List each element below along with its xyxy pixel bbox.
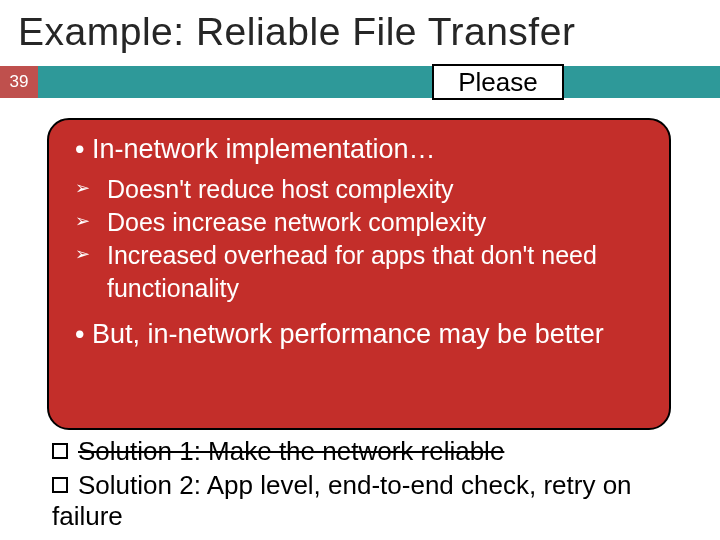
- callout-heading-1: • In-network implementation…: [75, 134, 643, 165]
- callout-item: ➢Does increase network complexity: [75, 206, 643, 239]
- checkbox-icon: [52, 443, 68, 459]
- triangle-bullet-icon: ➢: [75, 177, 90, 201]
- callout-item-text: Does increase network complexity: [107, 208, 486, 236]
- callout-box: • In-network implementation… ➢Doesn't re…: [47, 118, 671, 430]
- header-bar: [0, 66, 720, 98]
- solution-1: Solution 1: Make the network reliable: [52, 436, 692, 467]
- callout-item: ➢Doesn't reduce host complexity: [75, 173, 643, 206]
- solution-2: Solution 2: App level, end-to-end check,…: [52, 470, 692, 532]
- callout-item-text: Doesn't reduce host complexity: [107, 175, 454, 203]
- slide-title: Example: Reliable File Transfer: [18, 10, 575, 54]
- solution-1-text: Solution 1: Make the network reliable: [78, 436, 504, 466]
- slide-number: 39: [0, 66, 38, 98]
- solution-2-text: Solution 2: App level, end-to-end check,…: [52, 470, 632, 531]
- callout-heading-2: • But, in-network performance may be bet…: [75, 319, 643, 350]
- callout-item-text: Increased overhead for apps that don't n…: [107, 241, 597, 302]
- triangle-bullet-icon: ➢: [75, 243, 90, 267]
- callout-item: ➢Increased overhead for apps that don't …: [75, 239, 643, 305]
- slide: Example: Reliable File Transfer 39 Pleas…: [0, 0, 720, 540]
- triangle-bullet-icon: ➢: [75, 210, 90, 234]
- checkbox-icon: [52, 477, 68, 493]
- please-label: Please: [432, 64, 564, 100]
